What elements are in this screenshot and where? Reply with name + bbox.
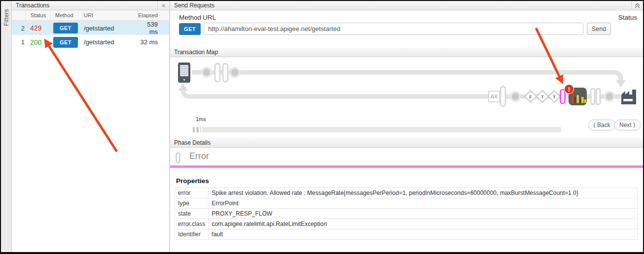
uri-cell: /getstarted bbox=[82, 25, 138, 32]
transaction-number: 2 bbox=[12, 25, 26, 32]
timeline-segment[interactable] bbox=[197, 127, 200, 132]
next-button[interactable]: Next ⟩ bbox=[614, 120, 641, 130]
request-track bbox=[192, 72, 621, 80]
apigee-trace-screen: Filters Transactions « Status Method URI… bbox=[0, 0, 644, 254]
response-arrowhead-icon bbox=[178, 83, 188, 91]
method-cell: GET bbox=[51, 23, 82, 33]
filters-tab[interactable]: Filters bbox=[1, 1, 12, 252]
url-label: URL bbox=[203, 14, 216, 21]
transaction-map-body: AX F T T bbox=[170, 57, 643, 138]
elapsed-cell: 32 ms bbox=[138, 38, 169, 46]
property-row: error.class com.apigee.ratelimit.api.Rat… bbox=[175, 219, 638, 229]
column-elapsed: Elapsed bbox=[138, 10, 169, 21]
analytics-ax-step[interactable]: AX bbox=[489, 91, 500, 102]
status-code: 200 bbox=[26, 38, 51, 46]
svg-text:T: T bbox=[553, 95, 556, 99]
phase-details-header: Phase Details bbox=[170, 138, 643, 148]
property-key: error bbox=[175, 188, 209, 198]
property-value: Spike arrest violation. Allowed rate : M… bbox=[209, 188, 638, 198]
timeline-segment[interactable] bbox=[193, 127, 196, 132]
condition-diamond-true[interactable]: T bbox=[548, 91, 560, 102]
column-uri: URI bbox=[82, 10, 138, 21]
transaction-number: 1 bbox=[12, 38, 26, 46]
send-requests-title: Send Requests bbox=[174, 1, 631, 10]
filters-tab-label: Filters bbox=[3, 9, 10, 26]
condition-diamond-true[interactable]: T bbox=[537, 91, 548, 102]
timeline-segment[interactable] bbox=[201, 127, 202, 132]
transaction-row[interactable]: 2 429 GET /getstarted 539 ms bbox=[12, 21, 169, 35]
map-step-capsule[interactable] bbox=[596, 89, 600, 104]
client-phone-icon[interactable] bbox=[178, 63, 190, 83]
error-badge-icon: ! bbox=[565, 85, 574, 94]
map-step-capsule[interactable] bbox=[501, 87, 505, 106]
elapsed-cell: 539 ms bbox=[138, 21, 169, 35]
back-button[interactable]: ⟨ Back bbox=[588, 120, 615, 130]
transaction-map-title: Transaction Map bbox=[174, 48, 639, 57]
map-step-dot[interactable] bbox=[510, 91, 521, 102]
property-key: Identifier bbox=[175, 229, 209, 240]
method-select-button[interactable]: GET bbox=[179, 23, 201, 35]
send-button[interactable]: Send bbox=[587, 23, 611, 35]
svg-text:F: F bbox=[529, 95, 532, 99]
properties-title: Properties bbox=[176, 177, 209, 185]
property-value: com.apigee.ratelimit.api.RateLimitExcept… bbox=[209, 219, 638, 229]
method-badge: GET bbox=[53, 23, 78, 33]
column-status: Status bbox=[26, 10, 51, 21]
svg-text:T: T bbox=[541, 95, 544, 99]
column-method: Method bbox=[51, 10, 82, 21]
transaction-map-diagram: AX F T T bbox=[170, 57, 642, 115]
transaction-row[interactable]: 1 200 GET /getstarted 32 ms bbox=[12, 35, 169, 49]
property-key: state bbox=[175, 209, 209, 219]
phase-name: Error bbox=[189, 151, 209, 161]
map-step-capsule[interactable] bbox=[215, 64, 220, 82]
property-row: error Spike arrest violation. Allowed ra… bbox=[175, 188, 638, 198]
phase-details-body: Error Properties error Spike arrest viol… bbox=[170, 148, 643, 252]
map-step-capsule[interactable] bbox=[223, 64, 228, 82]
svg-text:AX: AX bbox=[491, 94, 498, 99]
map-step-dot[interactable] bbox=[604, 91, 615, 102]
property-value: PROXY_RESP_FLOW bbox=[209, 209, 638, 219]
transactions-panel: Transactions « Status Method URI Elapsed… bbox=[12, 1, 170, 252]
map-step-capsule[interactable] bbox=[591, 89, 595, 104]
properties-table: error Spike arrest violation. Allowed ra… bbox=[175, 188, 638, 240]
status-label: Status bbox=[618, 14, 637, 21]
url-input[interactable] bbox=[204, 23, 583, 35]
transactions-header: Transactions « bbox=[12, 1, 169, 10]
phase-pill-icon bbox=[176, 152, 180, 163]
property-value: fault bbox=[209, 229, 638, 240]
property-row: Identifier fault bbox=[175, 229, 638, 240]
method-cell: GET bbox=[51, 37, 82, 48]
trace-detail-panel: Send Requests Method URL Status GET Send… bbox=[170, 1, 643, 252]
property-key: error.class bbox=[175, 219, 209, 229]
svg-text:!: ! bbox=[568, 86, 570, 93]
property-key: type bbox=[175, 198, 209, 209]
map-step-dot[interactable] bbox=[229, 67, 240, 78]
method-badge: GET bbox=[53, 37, 78, 48]
phase-details-title: Phase Details bbox=[174, 138, 639, 147]
transaction-map-header: Transaction Map bbox=[170, 48, 643, 57]
send-requests-header: Send Requests bbox=[170, 1, 643, 10]
uri-cell: /getstarted bbox=[82, 38, 138, 46]
condition-diamond-false[interactable]: F bbox=[525, 91, 537, 102]
timeline-duration-label: 1ms bbox=[196, 116, 206, 122]
timeline-scrubber[interactable] bbox=[193, 127, 561, 132]
transactions-table-header: Status Method URI Elapsed bbox=[12, 10, 169, 21]
map-step-dot[interactable] bbox=[201, 67, 212, 78]
backend-factory-icon[interactable] bbox=[621, 90, 636, 104]
request-arrowhead-icon bbox=[616, 80, 626, 87]
selected-phase-marker[interactable] bbox=[561, 90, 565, 103]
status-code: 429 bbox=[26, 24, 51, 32]
send-requests-form: Method URL Status GET Send bbox=[170, 10, 643, 48]
transactions-title: Transactions bbox=[16, 1, 157, 10]
property-value: ErrorPoint bbox=[209, 198, 638, 209]
collapse-up-icon[interactable] bbox=[631, 1, 643, 10]
collapse-left-icon[interactable]: « bbox=[157, 1, 169, 10]
selected-phase-underline bbox=[170, 165, 643, 168]
property-row: type ErrorPoint bbox=[175, 198, 638, 209]
property-row: state PROXY_RESP_FLOW bbox=[175, 209, 638, 219]
column-blank bbox=[12, 10, 26, 21]
method-label: Method bbox=[179, 14, 201, 21]
